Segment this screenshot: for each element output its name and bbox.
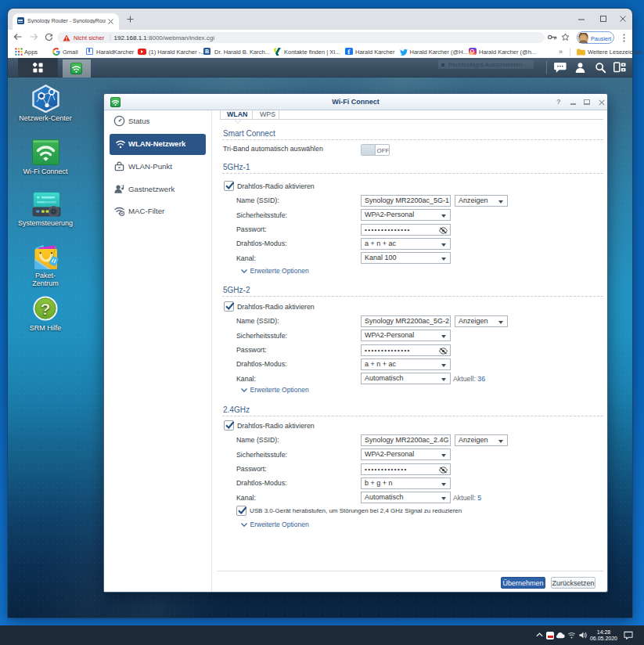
svg-text:?: ? — [41, 300, 51, 318]
